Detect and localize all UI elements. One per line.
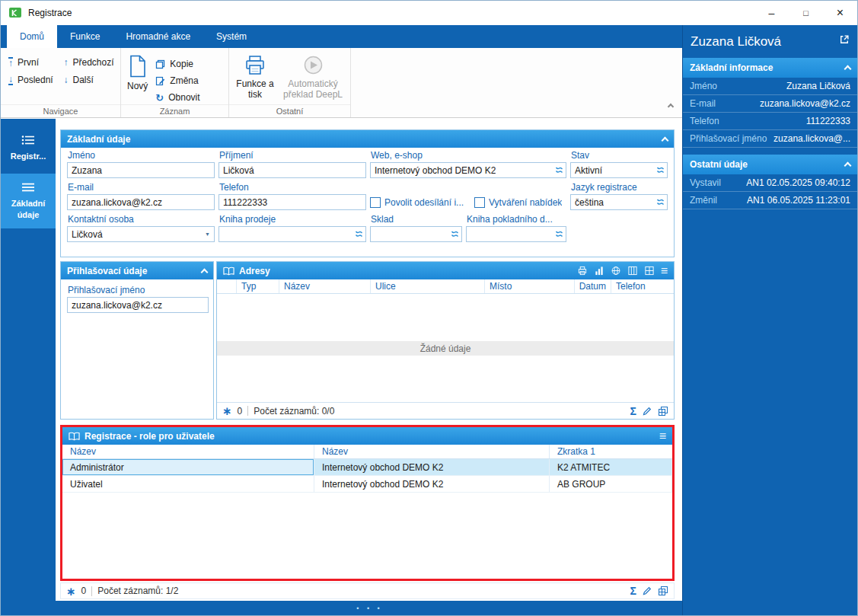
last-button[interactable]: ↓ Poslední <box>8 75 62 85</box>
column-ulice[interactable]: Ulice <box>371 279 485 293</box>
kniha-prodeje-label: Kniha prodeje <box>219 214 366 225</box>
tab-domu[interactable]: Domů <box>7 25 57 48</box>
collapse-chevron-icon[interactable] <box>844 65 852 73</box>
group-label-ostatni: Ostatní <box>229 104 350 117</box>
ribbon-group-ostatni: Funkce a tisk Automatický překlad DeepL … <box>229 48 351 117</box>
ribbon-collapse-button[interactable] <box>668 101 673 111</box>
dropdown-icon[interactable] <box>555 230 563 238</box>
checkbox-icon[interactable] <box>370 197 381 208</box>
prijmeni-field[interactable] <box>218 162 366 178</box>
flag-count: 0 <box>81 586 87 596</box>
pencil-icon[interactable] <box>642 586 652 596</box>
change-record-button[interactable]: Změna <box>155 75 199 86</box>
dropdown-icon[interactable] <box>355 230 363 238</box>
refresh-record-button[interactable]: ↻ Obnovit <box>155 92 199 103</box>
web-icon[interactable] <box>611 266 621 276</box>
column-datum[interactable]: Datum <box>575 279 611 293</box>
ribbon: ↑ První ↑ Předchozí ↓ Poslední ↓ Další N… <box>1 48 684 118</box>
column-zkratka[interactable]: Zkratka 1 <box>550 445 672 458</box>
section-ostatni-udaje-title: Ostatní údaje <box>690 159 748 170</box>
splitter-handle[interactable]: • • • <box>56 601 684 615</box>
new-record-button[interactable]: Nový <box>127 52 148 104</box>
copy-record-button[interactable]: Kopie <box>155 59 199 69</box>
info-row: Přihlašovací jméno zuzana.lickova@... <box>683 130 857 148</box>
sidebar-item-registrace-label: Registr... <box>11 151 46 161</box>
columns-icon[interactable] <box>627 266 638 276</box>
tab-funkce[interactable]: Funkce <box>57 25 113 48</box>
flag-icon[interactable]: ∗ <box>222 405 232 417</box>
cell-role-nazev[interactable]: Uživatel <box>62 476 314 492</box>
deepl-translate-button[interactable]: Automatický překlad DeepL <box>278 52 348 104</box>
sklad-dropdown[interactable] <box>370 226 462 242</box>
next-button[interactable]: ↓ Další <box>64 75 118 85</box>
panel-prihlasovaci-udaje: Přihlašovací údaje Přihlašovací jméno <box>60 261 214 420</box>
column-misto[interactable]: Místo <box>485 279 575 293</box>
menu-icon[interactable]: ≡ <box>661 265 668 277</box>
dropdown-icon[interactable] <box>656 198 665 206</box>
print-icon[interactable] <box>577 266 588 276</box>
copy-table-icon[interactable] <box>658 586 668 596</box>
telefon-field[interactable] <box>218 194 366 210</box>
kontaktni-osoba-combo[interactable]: Ličková ▼ <box>67 226 215 242</box>
column-nazev-eshop[interactable]: Název <box>314 445 550 458</box>
dropdown-icon[interactable] <box>555 166 563 174</box>
copy-table-icon[interactable] <box>658 406 668 417</box>
table-row[interactable]: Uživatel Internetový obchod DEMO K2 AB G… <box>62 476 672 493</box>
previous-button[interactable]: ↑ Předchozí <box>64 57 118 68</box>
role-table-body[interactable]: Administrátor Internetový obchod DEMO K2… <box>62 459 672 579</box>
first-button[interactable]: ↑ První <box>8 57 62 68</box>
column-typ[interactable]: Typ <box>237 279 279 293</box>
flag-icon[interactable]: ∗ <box>66 586 76 597</box>
column-nazev-role[interactable]: Název <box>62 445 314 458</box>
chart-icon[interactable] <box>594 266 604 276</box>
dropdown-icon[interactable] <box>656 166 665 174</box>
collapse-chevron-icon[interactable] <box>662 136 669 144</box>
sum-icon[interactable]: Σ <box>630 406 636 417</box>
tab-hromadne-akce[interactable]: Hromadné akce <box>113 25 203 48</box>
vytvareni-nabidek-checkbox[interactable]: Vytváření nabídek <box>474 197 562 208</box>
functions-print-button[interactable]: Funkce a tisk <box>234 52 276 104</box>
cell-role-eshop[interactable]: Internetový obchod DEMO K2 <box>314 459 550 475</box>
jmeno-field[interactable] <box>67 162 215 178</box>
app-icon <box>8 7 22 19</box>
cell-role-zkratka[interactable]: AB GROUP <box>550 476 672 492</box>
table-row[interactable]: Administrátor Internetový obchod DEMO K2… <box>62 459 672 476</box>
prihlasovaci-jmeno-field[interactable] <box>67 297 209 313</box>
ribbon-group-navigace: ↑ První ↑ Předchozí ↓ Poslední ↓ Další N… <box>1 48 121 117</box>
prihlasovaci-jmeno-label: Přihlašovací jméno <box>68 285 207 295</box>
cell-role-zkratka[interactable]: K2 ATMITEC <box>550 459 672 475</box>
povolit-odesilani-checkbox[interactable]: Povolit odesílání i... <box>370 197 464 208</box>
collapse-chevron-icon[interactable] <box>844 162 852 170</box>
sidebar-item-registrace[interactable]: Registr... <box>1 126 56 174</box>
email-field[interactable] <box>67 194 215 210</box>
section-ostatni-udaje-header[interactable]: Ostatní údaje <box>683 155 857 174</box>
column-nazev[interactable]: Název <box>279 279 371 293</box>
checkbox-icon[interactable] <box>474 197 485 208</box>
dropdown-icon[interactable] <box>451 230 459 238</box>
column-telefon[interactable]: Telefon <box>611 279 674 293</box>
section-zakladni-informace-header[interactable]: Základní informace <box>683 58 857 78</box>
panel-adresy-title: Adresy <box>239 266 270 276</box>
adresy-table-body[interactable]: Žádné údaje <box>217 294 674 402</box>
collapse-chevron-icon[interactable] <box>201 268 209 276</box>
combo-arrow-icon[interactable]: ▼ <box>203 231 212 237</box>
stav-dropdown[interactable]: Aktivní <box>570 162 668 178</box>
pencil-icon[interactable] <box>642 406 652 417</box>
kniha-prodeje-dropdown[interactable] <box>218 226 366 242</box>
table-icon[interactable] <box>644 266 655 276</box>
close-button[interactable]: × <box>823 2 857 25</box>
open-external-icon[interactable] <box>839 34 850 45</box>
tab-system[interactable]: Systém <box>203 25 260 48</box>
minimize-button[interactable]: – <box>754 2 789 25</box>
maximize-button[interactable]: □ <box>789 2 823 25</box>
panel-role-pro-uzivatele: Registrace - role pro uživatele ≡ Název … <box>62 427 672 579</box>
cell-role-nazev[interactable]: Administrátor <box>62 459 314 475</box>
jazyk-dropdown[interactable]: čeština <box>570 194 668 210</box>
sum-icon[interactable]: Σ <box>630 586 636 596</box>
menu-icon[interactable]: ≡ <box>659 430 666 442</box>
sidebar-item-zakladni-udaje[interactable]: Základní údaje <box>1 174 56 228</box>
cell-role-eshop[interactable]: Internetový obchod DEMO K2 <box>314 476 550 492</box>
web-eshop-dropdown[interactable]: Internetový obchod DEMO K2 <box>370 162 566 178</box>
kniha-pokladniho-dropdown[interactable] <box>466 226 566 242</box>
deepl-label: Automatický překlad DeepL <box>278 78 348 101</box>
